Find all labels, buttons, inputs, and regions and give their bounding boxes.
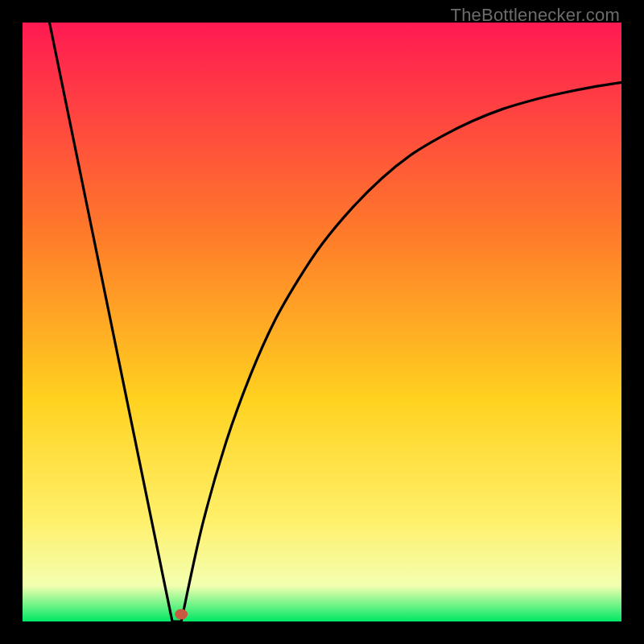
- watermark-text: TheBottlenecker.com: [451, 5, 620, 26]
- bottleneck-plot: [23, 23, 621, 621]
- optimal-point-marker: [175, 609, 188, 620]
- gradient-background: [23, 23, 621, 621]
- chart-frame: [23, 23, 621, 621]
- marker-group: [175, 609, 188, 620]
